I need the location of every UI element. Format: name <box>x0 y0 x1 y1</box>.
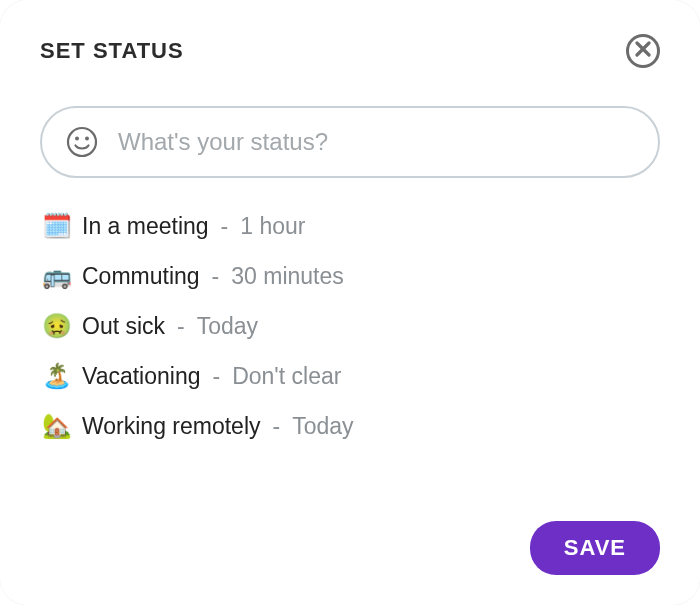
status-option-duration: Today <box>292 415 353 438</box>
suggested-status-list: 🗓️ In a meeting - 1 hour 🚌 Commuting - 3… <box>40 214 660 438</box>
status-option-out-sick[interactable]: 🤢 Out sick - Today <box>42 314 660 338</box>
status-option-label: Out sick <box>82 315 165 338</box>
house-icon: 🏡 <box>42 414 72 438</box>
svg-point-4 <box>85 137 89 141</box>
close-button[interactable] <box>626 34 660 68</box>
separator: - <box>213 365 221 388</box>
status-input[interactable] <box>116 127 634 157</box>
svg-point-3 <box>75 137 79 141</box>
status-option-label: In a meeting <box>82 215 209 238</box>
status-option-commuting[interactable]: 🚌 Commuting - 30 minutes <box>42 264 660 288</box>
status-option-meeting[interactable]: 🗓️ In a meeting - 1 hour <box>42 214 660 238</box>
separator: - <box>177 315 185 338</box>
status-option-duration: Don't clear <box>232 365 341 388</box>
status-option-vacationing[interactable]: 🏝️ Vacationing - Don't clear <box>42 364 660 388</box>
calendar-icon: 🗓️ <box>42 214 72 238</box>
modal-header: SET STATUS <box>40 34 660 68</box>
separator: - <box>273 415 281 438</box>
status-option-label: Working remotely <box>82 415 261 438</box>
save-button[interactable]: SAVE <box>530 521 660 575</box>
status-option-duration: Today <box>197 315 258 338</box>
set-status-modal: SET STATUS 🗓️ In a meeting - <box>0 0 700 605</box>
emoji-picker-icon[interactable] <box>66 126 98 158</box>
island-icon: 🏝️ <box>42 364 72 388</box>
svg-point-2 <box>68 128 96 156</box>
status-option-working-remotely[interactable]: 🏡 Working remotely - Today <box>42 414 660 438</box>
status-option-label: Vacationing <box>82 365 201 388</box>
modal-title: SET STATUS <box>40 38 184 64</box>
status-option-label: Commuting <box>82 265 200 288</box>
status-option-duration: 30 minutes <box>231 265 344 288</box>
status-option-duration: 1 hour <box>240 215 305 238</box>
bus-icon: 🚌 <box>42 264 72 288</box>
sick-face-icon: 🤢 <box>42 314 72 338</box>
close-icon <box>635 41 651 61</box>
status-input-container[interactable] <box>40 106 660 178</box>
separator: - <box>221 215 229 238</box>
separator: - <box>212 265 220 288</box>
